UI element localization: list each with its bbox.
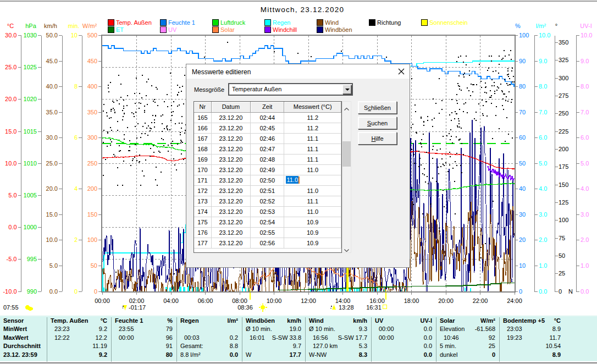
- svg-text:50: 50: [559, 252, 565, 259]
- svg-text:°: °: [555, 23, 557, 29]
- svg-text:90: 90: [519, 58, 526, 64]
- svg-text:40.0: 40.0: [46, 83, 58, 90]
- svg-text:50.0: 50.0: [46, 32, 58, 38]
- svg-text:1.0: 1.0: [581, 262, 589, 269]
- svg-text:6.0: 6.0: [539, 134, 547, 141]
- svg-text:100: 100: [559, 217, 568, 223]
- svg-text:ET: ET: [116, 26, 124, 33]
- svg-text:Temp. Außen: Temp. Außen: [116, 19, 152, 26]
- svg-text:1020: 1020: [24, 96, 37, 102]
- svg-text:14:00: 14:00: [335, 297, 351, 304]
- svg-text:8.0: 8.0: [581, 83, 589, 90]
- svg-text:995: 995: [27, 256, 37, 262]
- svg-text:20: 20: [519, 236, 526, 243]
- svg-text:20.0: 20.0: [46, 185, 58, 192]
- svg-text:Feuchte 1: Feuchte 1: [168, 19, 195, 26]
- svg-text:%: %: [515, 23, 521, 29]
- svg-text:300: 300: [87, 134, 97, 141]
- svg-text:275: 275: [559, 92, 568, 99]
- svg-text:200: 200: [87, 185, 97, 192]
- svg-text:5.0: 5.0: [539, 160, 547, 167]
- svg-text:04:00: 04:00: [163, 297, 179, 304]
- svg-text:-01:17: -01:17: [129, 304, 146, 311]
- svg-text:Windböen: Windböen: [325, 26, 352, 33]
- svg-text:60: 60: [519, 134, 526, 141]
- svg-text:5.0: 5.0: [8, 192, 16, 198]
- svg-text:350: 350: [559, 39, 568, 46]
- svg-text:Windchill: Windchill: [273, 26, 297, 33]
- svg-text:0.0: 0.0: [581, 288, 589, 295]
- svg-text:0.0: 0.0: [8, 224, 16, 230]
- svg-text:10.0: 10.0: [5, 160, 16, 167]
- svg-text:200: 200: [559, 146, 568, 152]
- svg-text:N: N: [568, 288, 573, 295]
- svg-text:100: 100: [87, 236, 97, 243]
- svg-text:325: 325: [559, 57, 568, 63]
- svg-text:0: 0: [74, 288, 78, 295]
- svg-text:30.0: 30.0: [5, 32, 16, 38]
- svg-text:2: 2: [74, 236, 78, 243]
- svg-text:Mittwoch, 23.12.2020: Mittwoch, 23.12.2020: [261, 5, 344, 14]
- svg-text:25.0: 25.0: [46, 160, 58, 167]
- svg-text:6: 6: [74, 134, 78, 141]
- svg-text:13:28: 13:28: [339, 304, 354, 311]
- svg-text:10.0: 10.0: [46, 236, 58, 243]
- svg-text:Sonnenschein: Sonnenschein: [429, 19, 468, 26]
- svg-text:45.0: 45.0: [46, 58, 58, 64]
- svg-text:-5.0: -5.0: [7, 256, 17, 262]
- svg-text:15.0: 15.0: [46, 211, 58, 218]
- svg-text:80: 80: [519, 83, 526, 90]
- svg-text:06:00: 06:00: [198, 297, 213, 304]
- svg-text:W/m²: W/m²: [82, 23, 97, 29]
- svg-text:125: 125: [559, 199, 568, 206]
- svg-text:400: 400: [87, 83, 97, 90]
- svg-text:16:31: 16:31: [366, 304, 382, 311]
- svg-text:Solar: Solar: [220, 26, 235, 33]
- svg-text:l/m²: l/m²: [536, 23, 546, 29]
- svg-text:UV: UV: [168, 26, 177, 33]
- svg-text:1015: 1015: [24, 128, 37, 135]
- svg-text:0.0: 0.0: [49, 288, 58, 295]
- svg-text:150: 150: [87, 211, 97, 218]
- svg-text:1005: 1005: [24, 192, 37, 198]
- svg-text:4: 4: [74, 185, 78, 192]
- svg-text:-10.0: -10.0: [3, 288, 16, 295]
- svg-text:50: 50: [91, 262, 97, 269]
- svg-text:4.0: 4.0: [539, 185, 547, 192]
- svg-text:7.0: 7.0: [581, 109, 589, 115]
- svg-text:250: 250: [87, 160, 97, 167]
- svg-text:10.0: 10.0: [581, 32, 592, 38]
- svg-text:4.0: 4.0: [581, 185, 589, 192]
- svg-text:75: 75: [559, 235, 565, 241]
- svg-text:0.0: 0.0: [539, 288, 547, 295]
- svg-text:50: 50: [519, 160, 526, 167]
- svg-text:hPa: hPa: [25, 23, 36, 29]
- svg-text:1010: 1010: [24, 160, 37, 167]
- svg-text:02:00: 02:00: [129, 297, 145, 304]
- svg-text:10.0: 10.0: [539, 32, 550, 38]
- svg-text:1030: 1030: [24, 32, 37, 38]
- svg-text:10: 10: [71, 32, 78, 38]
- svg-text:30.0: 30.0: [46, 134, 58, 141]
- svg-text:0: 0: [94, 288, 97, 295]
- svg-text:5.0: 5.0: [49, 262, 58, 269]
- svg-text:20:00: 20:00: [438, 297, 454, 304]
- svg-text:10: 10: [519, 262, 526, 269]
- svg-text:1000: 1000: [24, 224, 37, 230]
- svg-text:08:00: 08:00: [232, 297, 247, 304]
- svg-text:24:00: 24:00: [507, 297, 522, 304]
- svg-text:8.0: 8.0: [539, 83, 547, 90]
- svg-text:16:00: 16:00: [369, 297, 385, 304]
- svg-text:km/h: km/h: [44, 23, 57, 29]
- svg-text:12:00: 12:00: [301, 297, 316, 304]
- svg-text:40: 40: [519, 185, 526, 192]
- svg-text:15.0: 15.0: [5, 128, 16, 135]
- svg-text:08:36: 08:36: [237, 304, 253, 311]
- svg-text:1.0: 1.0: [539, 262, 547, 269]
- svg-text:300: 300: [559, 75, 568, 81]
- svg-text:2.0: 2.0: [581, 236, 589, 243]
- svg-text:9.0: 9.0: [539, 58, 547, 64]
- svg-text:18:00: 18:00: [404, 297, 419, 304]
- svg-text:3.0: 3.0: [581, 211, 589, 218]
- svg-text:25: 25: [559, 270, 565, 277]
